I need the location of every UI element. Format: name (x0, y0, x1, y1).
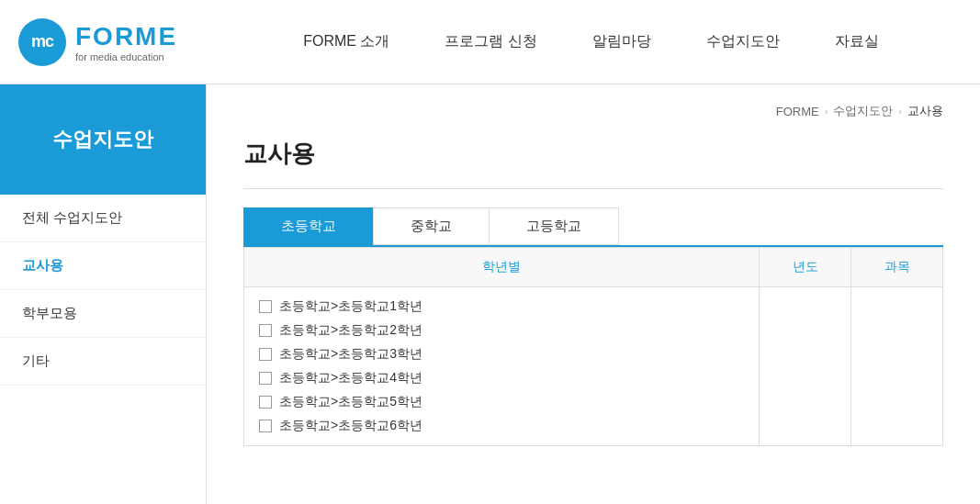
logo-subtitle: for media education (75, 51, 177, 62)
grade-label-2: 초등학교>초등학교2학년 (279, 322, 422, 339)
breadcrumb: FORME › 수업지도안 › 교사용 (243, 84, 943, 129)
grade-label-4: 초등학교>초등학교4학년 (279, 370, 422, 386)
nav-program[interactable]: 프로그램 신청 (445, 32, 536, 51)
col-header-grade: 학년별 (244, 248, 760, 287)
year-cell (760, 287, 851, 446)
checkbox-6[interactable] (259, 420, 272, 432)
grade-item-2: 초등학교>초등학교2학년 (259, 319, 744, 342)
nav-archive[interactable]: 자료실 (835, 32, 879, 51)
subject-cell (851, 287, 943, 446)
tab-middle[interactable]: 중학교 (373, 207, 490, 245)
grade-label-1: 초등학교>초등학교1학년 (279, 298, 422, 315)
grade-item-6: 초등학교>초등학교6학년 (259, 414, 744, 438)
col-header-year: 년도 (760, 248, 851, 287)
sidebar-item-parent[interactable]: 학부모용 (0, 290, 206, 338)
page-title: 교사용 (243, 129, 943, 189)
table-row: 초등학교>초등학교1학년 초등학교>초등학교2학년 초등학교>초등학교3학년 (244, 287, 943, 446)
logo-icon: mc (18, 18, 66, 66)
sidebar: 수업지도안 전체 수업지도안 교사용 학부모용 기타 (0, 84, 207, 504)
nav-notice[interactable]: 알림마당 (592, 32, 651, 51)
checkbox-1[interactable] (259, 300, 272, 313)
checkbox-3[interactable] (259, 348, 272, 361)
tab-elementary[interactable]: 초등학교 (243, 207, 374, 245)
sidebar-item-teacher[interactable]: 교사용 (0, 242, 206, 290)
nav-about[interactable]: FORME 소개 (303, 32, 389, 51)
sidebar-title: 수업지도안 (0, 84, 206, 195)
content-wrapper: 수업지도안 전체 수업지도안 교사용 학부모용 기타 FORME › 수업지도안… (0, 84, 980, 504)
tab-high[interactable]: 고등학교 (489, 207, 619, 245)
grade-item-3: 초등학교>초등학교3학년 (259, 342, 744, 366)
grade-label-5: 초등학교>초등학교5학년 (279, 394, 422, 410)
breadcrumb-home: FORME (776, 105, 819, 118)
checkbox-4[interactable] (259, 372, 272, 385)
grade-cell: 초등학교>초등학교1학년 초등학교>초등학교2학년 초등학교>초등학교3학년 (244, 287, 760, 446)
sidebar-item-all[interactable]: 전체 수업지도안 (0, 195, 206, 242)
logo-text: FORME for media education (75, 22, 177, 62)
logo-title: FORME (75, 22, 177, 51)
grade-item-5: 초등학교>초등학교5학년 (259, 390, 744, 414)
sidebar-item-other[interactable]: 기타 (0, 338, 206, 386)
checkbox-2[interactable] (259, 324, 272, 337)
main-content: FORME › 수업지도안 › 교사용 교사용 초등학교 중학교 고등학교 학년… (207, 84, 980, 504)
breadcrumb-arrow-2: › (898, 106, 902, 117)
grade-item-1: 초등학교>초등학교1학년 (259, 295, 744, 319)
col-header-subject: 과목 (851, 248, 943, 287)
breadcrumb-current: 교사용 (907, 103, 943, 119)
grade-label-6: 초등학교>초등학교6학년 (279, 418, 422, 434)
sidebar-menu: 전체 수업지도안 교사용 학부모용 기타 (0, 195, 206, 386)
tabs: 초등학교 중학교 고등학교 (243, 207, 943, 247)
grade-item-4: 초등학교>초등학교4학년 (259, 366, 744, 390)
nav-lesson[interactable]: 수업지도안 (706, 32, 780, 51)
checkbox-5[interactable] (259, 396, 272, 409)
breadcrumb-lesson: 수업지도안 (833, 103, 893, 119)
main-nav: FORME 소개 프로그램 신청 알림마당 수업지도안 자료실 (220, 32, 962, 51)
breadcrumb-arrow-1: › (825, 106, 828, 117)
logo-area: mc FORME for media education (18, 18, 220, 66)
grade-label-3: 초등학교>초등학교3학년 (279, 346, 422, 363)
header: mc FORME for media education FORME 소개 프로… (0, 0, 980, 84)
data-table: 학년별 년도 과목 초등학교>초등학교1학년 초등학교>초등학교2학년 (243, 247, 943, 446)
